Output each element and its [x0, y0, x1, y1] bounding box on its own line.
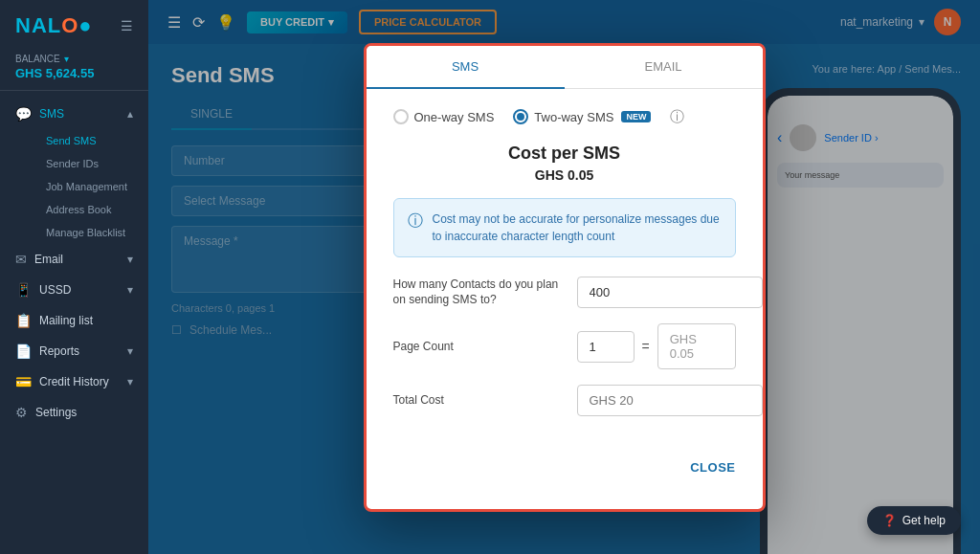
main-content: ☰ ⟳ 💡 BUY CREDIT ▾ PRICE CALCULATOR nat_…: [148, 0, 980, 554]
modal-tab-sms[interactable]: SMS: [367, 46, 565, 89]
sidebar-sms-label: SMS: [39, 107, 64, 121]
one-way-sms-option[interactable]: One-way SMS: [393, 109, 495, 124]
cost-per-page-display: GHS 0.05: [657, 323, 736, 369]
sidebar-item-mailing[interactable]: 📋 Mailing list: [0, 305, 148, 336]
modal-overlay: SMS EMAIL One-way SMS Two-way SMS NEW: [148, 0, 980, 554]
page-count-input[interactable]: [577, 331, 635, 363]
menu-toggle-icon[interactable]: ☰: [121, 18, 133, 33]
sidebar-ussd-label: USSD: [39, 283, 71, 297]
mailing-icon: 📋: [15, 313, 32, 328]
help-icon: ❓: [882, 514, 897, 527]
ussd-chevron-icon: ▾: [127, 283, 133, 297]
sidebar-item-reports[interactable]: 📄 Reports ▾: [0, 336, 148, 366]
sidebar-item-sms[interactable]: 💬 SMS ▴: [0, 99, 148, 129]
sms-chevron-icon: ▴: [127, 107, 133, 121]
balance-dropdown-icon[interactable]: ▾: [64, 54, 69, 64]
sidebar-logo-area: NALO● ☰: [0, 0, 148, 48]
one-way-label: One-way SMS: [414, 110, 495, 124]
sms-submenu: Send SMS Sender IDs Job Management Addre…: [0, 129, 148, 244]
accuracy-warning-box: ⓘ Cost may not be accurate for personali…: [393, 198, 736, 257]
cost-per-sms-section: Cost per SMS GHS 0.05: [393, 144, 736, 183]
total-cost-input[interactable]: [577, 385, 763, 416]
two-way-radio-circle[interactable]: [513, 109, 528, 124]
modal-body: One-way SMS Two-way SMS NEW ⓘ Cost per S…: [367, 89, 763, 452]
page-count-row: Page Count = GHS 0.05: [393, 323, 736, 369]
sidebar-item-job-management[interactable]: Job Management: [31, 175, 148, 198]
one-way-radio-circle[interactable]: [393, 109, 409, 124]
modal-footer: CLOSE: [367, 451, 763, 490]
sidebar-settings-label: Settings: [35, 406, 77, 419]
sidebar-menu: 💬 SMS ▴ Send SMS Sender IDs Job Manageme…: [0, 91, 148, 554]
contacts-input[interactable]: [577, 277, 763, 308]
accuracy-warning-text: Cost may not be accurate for personalize…: [433, 211, 722, 245]
reports-icon: 📄: [15, 343, 32, 359]
help-label: Get help: [902, 514, 946, 527]
total-cost-row: Total Cost: [393, 385, 736, 416]
credit-chevron-icon: ▾: [127, 375, 133, 388]
sidebar-credit-label: Credit History: [39, 375, 109, 388]
get-help-button[interactable]: ❓ Get help: [867, 506, 961, 535]
sidebar-item-send-sms[interactable]: Send SMS: [31, 129, 148, 152]
price-calculator-modal: SMS EMAIL One-way SMS Two-way SMS NEW: [364, 43, 766, 512]
contacts-row: How many Contacts do you plan on sending…: [393, 277, 736, 309]
balance-section: Balance ▾ GHS 5,624.55: [0, 48, 148, 91]
page-count-inputs: = GHS 0.05: [577, 323, 736, 369]
sidebar-item-address-book[interactable]: Address Book: [31, 198, 148, 221]
sidebar-item-email[interactable]: ✉ Email ▾: [0, 244, 148, 275]
app-logo: NALO●: [15, 13, 93, 38]
reports-chevron-icon: ▾: [127, 344, 133, 358]
two-way-sms-option[interactable]: Two-way SMS NEW: [513, 109, 651, 124]
two-way-label: Two-way SMS: [534, 110, 613, 124]
new-badge: NEW: [621, 111, 651, 122]
contacts-label: How many Contacts do you plan on sending…: [393, 277, 566, 309]
sidebar-item-settings[interactable]: ⚙ Settings: [0, 397, 148, 428]
sidebar-email-label: Email: [34, 253, 63, 266]
sidebar-mailing-label: Mailing list: [39, 314, 93, 327]
equals-sign: =: [642, 339, 650, 354]
sms-icon: 💬: [15, 106, 32, 122]
sms-type-radio-group: One-way SMS Two-way SMS NEW ⓘ: [393, 108, 736, 126]
modal-tab-email[interactable]: EMAIL: [565, 46, 763, 89]
sidebar-item-credit-history[interactable]: 💳 Credit History ▾: [0, 366, 148, 397]
info-box-icon: ⓘ: [408, 211, 423, 232]
ussd-icon: 📱: [15, 282, 32, 298]
modal-tabs: SMS EMAIL: [367, 46, 763, 89]
email-chevron-icon: ▾: [127, 253, 133, 266]
settings-icon: ⚙: [15, 405, 28, 420]
sidebar-item-sender-ids[interactable]: Sender IDs: [31, 152, 148, 175]
email-icon: ✉: [15, 252, 27, 267]
close-button[interactable]: CLOSE: [690, 460, 735, 475]
sidebar-item-manage-blacklist[interactable]: Manage Blacklist: [31, 221, 148, 244]
total-cost-label: Total Cost: [393, 392, 566, 409]
sidebar-reports-label: Reports: [39, 344, 79, 358]
cost-value: GHS 0.05: [393, 167, 736, 183]
sidebar: NALO● ☰ Balance ▾ GHS 5,624.55 💬 SMS ▴ S…: [0, 0, 148, 554]
credit-icon: 💳: [15, 374, 32, 389]
page-count-label: Page Count: [393, 340, 566, 353]
balance-label: Balance ▾: [15, 54, 133, 64]
sidebar-item-ussd[interactable]: 📱 USSD ▾: [0, 275, 148, 305]
info-circle-icon[interactable]: ⓘ: [670, 108, 684, 126]
cost-title: Cost per SMS: [393, 144, 736, 164]
balance-amount: GHS 5,624.55: [15, 66, 133, 80]
